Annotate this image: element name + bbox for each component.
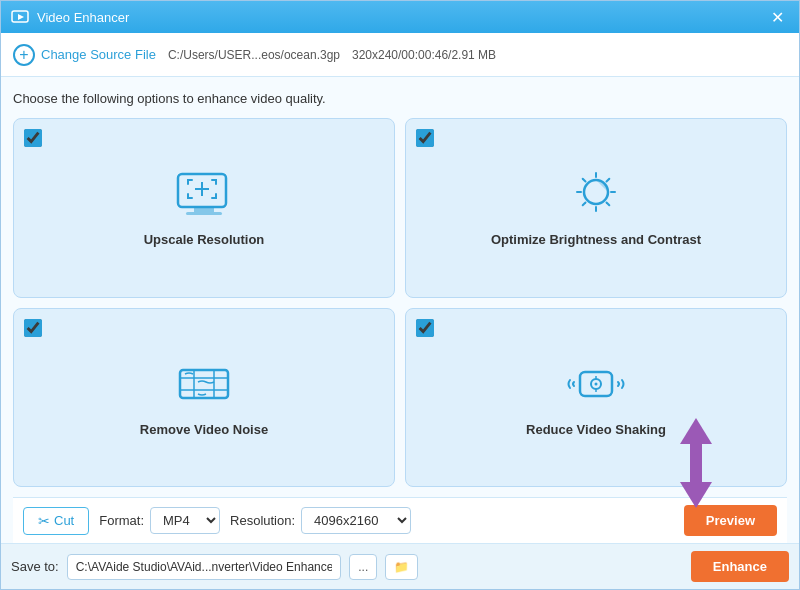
folder-icon: 📁 bbox=[394, 560, 409, 574]
upscale-icon bbox=[172, 168, 236, 224]
bottom-bar: Save to: ... 📁 Enhance bbox=[1, 543, 799, 589]
checkbox-shaking[interactable] bbox=[416, 319, 434, 337]
app-window: Video Enhancer ✕ + Change Source File C:… bbox=[0, 0, 800, 590]
source-bar: + Change Source File C:/Users/USER...eos… bbox=[1, 33, 799, 77]
brightness-icon bbox=[564, 168, 628, 224]
options-grid: Upscale Resolution bbox=[13, 118, 787, 487]
toolbar-bar: ✂ Cut Format: MP4 MOV AVI MKV Resolution… bbox=[13, 497, 787, 543]
close-button[interactable]: ✕ bbox=[765, 5, 789, 29]
window-title: Video Enhancer bbox=[37, 10, 765, 25]
svg-point-23 bbox=[595, 382, 598, 385]
svg-rect-4 bbox=[186, 212, 222, 215]
svg-line-14 bbox=[607, 179, 610, 182]
save-path-input[interactable] bbox=[67, 554, 342, 580]
title-bar: Video Enhancer ✕ bbox=[1, 1, 799, 33]
browse-button[interactable]: ... bbox=[349, 554, 377, 580]
cut-button[interactable]: ✂ Cut bbox=[23, 507, 89, 535]
add-icon: + bbox=[13, 44, 35, 66]
checkbox-upscale[interactable] bbox=[24, 129, 42, 147]
content-area: Choose the following options to enhance … bbox=[1, 77, 799, 543]
noise-icon bbox=[172, 358, 236, 414]
preview-label: Preview bbox=[706, 513, 755, 528]
checkbox-brightness[interactable] bbox=[416, 129, 434, 147]
format-label: Format: bbox=[99, 513, 144, 528]
source-file-path: C:/Users/USER...eos/ocean.3gp bbox=[168, 48, 340, 62]
resolution-label: Resolution: bbox=[230, 513, 295, 528]
svg-rect-16 bbox=[180, 370, 228, 398]
format-select[interactable]: MP4 MOV AVI MKV bbox=[150, 507, 220, 534]
enhance-button[interactable]: Enhance bbox=[691, 551, 789, 582]
enhance-label: Enhance bbox=[713, 559, 767, 574]
scissors-icon: ✂ bbox=[38, 513, 50, 529]
svg-rect-3 bbox=[194, 207, 214, 212]
option-label-brightness: Optimize Brightness and Contrast bbox=[491, 232, 701, 247]
option-card-shaking: Reduce Video Shaking bbox=[405, 308, 787, 488]
svg-line-12 bbox=[583, 179, 586, 182]
change-source-button[interactable]: + Change Source File bbox=[13, 44, 156, 66]
save-to-label: Save to: bbox=[11, 559, 59, 574]
checkbox-noise[interactable] bbox=[24, 319, 42, 337]
change-source-label: Change Source File bbox=[41, 47, 156, 62]
folder-button[interactable]: 📁 bbox=[385, 554, 418, 580]
preview-button[interactable]: Preview bbox=[684, 505, 777, 536]
source-file-info: 320x240/00:00:46/2.91 MB bbox=[352, 48, 496, 62]
option-label-shaking: Reduce Video Shaking bbox=[526, 422, 666, 437]
option-card-upscale: Upscale Resolution bbox=[13, 118, 395, 298]
resolution-select[interactable]: 4096x2160 1920x1080 1280x720 640x480 bbox=[301, 507, 411, 534]
cut-label: Cut bbox=[54, 513, 74, 528]
svg-line-15 bbox=[583, 203, 586, 206]
option-label-upscale: Upscale Resolution bbox=[144, 232, 265, 247]
instruction-text: Choose the following options to enhance … bbox=[13, 91, 787, 106]
option-card-brightness: Optimize Brightness and Contrast bbox=[405, 118, 787, 298]
option-label-noise: Remove Video Noise bbox=[140, 422, 268, 437]
app-icon bbox=[11, 8, 29, 26]
resolution-group: Resolution: 4096x2160 1920x1080 1280x720… bbox=[230, 507, 411, 534]
option-card-noise: Remove Video Noise bbox=[13, 308, 395, 488]
format-group: Format: MP4 MOV AVI MKV bbox=[99, 507, 220, 534]
svg-marker-1 bbox=[18, 14, 24, 20]
svg-line-13 bbox=[607, 203, 610, 206]
shaking-icon bbox=[564, 358, 628, 414]
